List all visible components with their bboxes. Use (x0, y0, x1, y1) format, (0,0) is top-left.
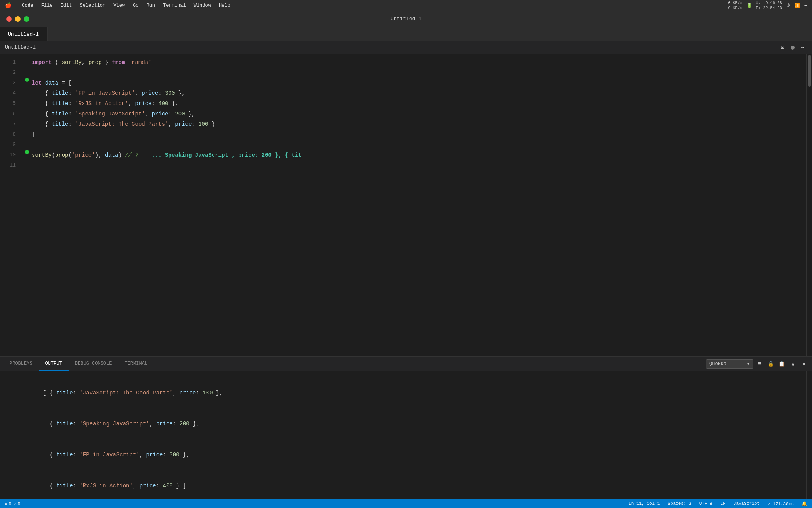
titlebar: Untitled-1 (0, 11, 812, 27)
encoding-status[interactable]: UTF-8 (698, 499, 714, 508)
output-text-2d: : (173, 421, 180, 427)
window-title: Untitled-1 (391, 16, 421, 22)
more-icon: ⋯ (804, 2, 807, 9)
code-line-6: 6 { title: 'Speaking JavaScript', price:… (0, 109, 806, 119)
tabbar: Untitled-1 (0, 27, 812, 41)
breakpoint-3[interactable] (25, 78, 29, 82)
line-number-11: 11 (0, 160, 24, 171)
output-text-1e: }, (213, 390, 223, 396)
panel-tab-problems[interactable]: PROBLEMS (3, 357, 39, 371)
output-source-select[interactable]: Quokka ▾ (706, 359, 753, 369)
line-content-5: { title: 'RxJS in Action', price: 400 }, (30, 98, 806, 109)
output-str-1: 'JavaScript: The Good Parts' (79, 390, 172, 396)
app-menu[interactable]: Code (18, 2, 37, 9)
code-line-10: 10 sortBy(prop('price'), data) // ? ... … (0, 150, 806, 160)
line-content-9 (30, 140, 806, 150)
language-status[interactable]: JavaScript (732, 499, 761, 508)
line-number-2: 2 (0, 67, 24, 78)
output-text-2e: }, (190, 421, 199, 427)
notification-bell[interactable]: 🔔 (800, 499, 809, 508)
selection-menu[interactable]: Selection (76, 2, 109, 9)
split-editor-button[interactable]: ⊡ (778, 43, 787, 52)
editor-header-actions: ⊡ ⋯ (778, 43, 807, 52)
close-button[interactable] (6, 16, 12, 22)
window-menu[interactable]: Window (190, 2, 215, 9)
panel-tab-debug[interactable]: DEBUG CONSOLE (69, 357, 119, 371)
apple-icon[interactable]: 🍎 (5, 2, 11, 9)
file-menu[interactable]: File (37, 2, 57, 9)
breakpoint-10[interactable] (25, 150, 29, 154)
menubar: 🍎 Code File Edit Selection View Go Run T… (0, 0, 812, 11)
editor-scrollbar[interactable] (806, 54, 812, 356)
code-line-1: 1 import { sortBy, prop } from 'ramda' (0, 57, 806, 67)
tab-untitled[interactable]: Untitled-1 (0, 27, 48, 41)
editor-header: Untitled-1 ⊡ ⋯ (0, 41, 812, 54)
line-number-3: 3 (0, 78, 24, 88)
view-menu[interactable]: View (109, 2, 129, 9)
clock-icon: ⏱ (786, 3, 791, 8)
spaces-text: Spaces: 2 (668, 501, 691, 506)
line-number-5: 5 (0, 98, 24, 109)
output-line-3: { title: 'FP in JavaScript', price: 300 … (10, 439, 797, 470)
code-line-4: 4 { title: 'FP in JavaScript', price: 30… (0, 88, 806, 98)
line-endings-text: LF (720, 501, 726, 506)
output-text-2a: { (43, 421, 56, 427)
line-content-3: let data = [ (30, 78, 806, 88)
panel-actions: Quokka ▾ ≡ 🔒 📋 ∧ ✕ (706, 359, 812, 369)
panel-tab-terminal[interactable]: TERMINAL (118, 357, 154, 371)
window-controls (6, 16, 29, 22)
output-line-2: { title: 'Speaking JavaScript', price: 2… (10, 408, 797, 439)
code-line-3: 3 let data = [ (0, 78, 806, 88)
terminal-menu[interactable]: Terminal (159, 2, 190, 9)
panel-list-icon[interactable]: ≡ (755, 359, 764, 369)
panel-output: [ { title: 'JavaScript: The Good Parts',… (0, 371, 806, 499)
output-text-3a: { (43, 452, 56, 458)
error-status[interactable]: ⊗ 0 ⚠ 0 (3, 499, 22, 508)
position-status[interactable]: Ln 11, Col 1 (627, 499, 661, 508)
quokka-check-status[interactable]: ✓ 171.38ms (766, 499, 795, 508)
spaces-status[interactable]: Spaces: 2 (666, 499, 693, 508)
tab-label: Untitled-1 (8, 31, 39, 37)
edit-menu[interactable]: Edit (57, 2, 76, 9)
panel-scrollbar[interactable] (806, 371, 812, 499)
panel-copy-icon[interactable]: 📋 (777, 359, 787, 369)
panel-close-icon[interactable]: ✕ (799, 359, 809, 369)
code-editor[interactable]: 1 import { sortBy, prop } from 'ramda' 2… (0, 54, 806, 356)
panel-lock-icon[interactable]: 🔒 (766, 359, 776, 369)
editor-scrollbar-thumb[interactable] (808, 55, 811, 87)
output-text-2c: , (149, 421, 156, 427)
line-content-6: { title: 'Speaking JavaScript', price: 2… (30, 109, 806, 119)
output-prop-3b: price (146, 452, 163, 458)
code-line-9: 9 (0, 140, 806, 150)
statusbar: ⊗ 0 ⚠ 0 Ln 11, Col 1 Spaces: 2 UTF-8 LF … (0, 499, 812, 508)
gutter-10 (24, 150, 30, 154)
line-content-2 (30, 67, 806, 78)
output-text-3d: : (163, 452, 170, 458)
output-text-2b: : (73, 421, 80, 427)
line-endings-status[interactable]: LF (719, 499, 727, 508)
output-str-4: 'RxJS in Action' (79, 483, 132, 489)
run-menu[interactable]: Run (142, 2, 159, 9)
error-count: 0 (9, 501, 11, 506)
code-line-11: 11 (0, 160, 806, 171)
encoding-text: UTF-8 (699, 501, 712, 506)
language-text: JavaScript (733, 501, 760, 506)
status-indicator (791, 46, 795, 50)
panel-tabs: PROBLEMS OUTPUT DEBUG CONSOLE TERMINAL Q… (0, 357, 812, 371)
panel-up-icon[interactable]: ∧ (788, 359, 798, 369)
output-prop-4a: title (56, 483, 73, 489)
output-text-1a: [ { (43, 390, 56, 396)
statusbar-right: Ln 11, Col 1 Spaces: 2 UTF-8 LF JavaScri… (627, 499, 809, 508)
line-number-8: 8 (0, 129, 24, 140)
panel-tab-output[interactable]: OUTPUT (39, 357, 69, 371)
help-menu[interactable]: Help (215, 2, 234, 9)
maximize-button[interactable] (24, 16, 29, 22)
output-text-4b: : (73, 483, 80, 489)
more-actions-button[interactable]: ⋯ (798, 43, 807, 52)
output-str-2: 'Speaking JavaScript' (79, 421, 149, 427)
output-num-4: 400 (163, 483, 173, 489)
output-text-4d: : (156, 483, 163, 489)
bell-icon: 🔔 (802, 501, 807, 506)
go-menu[interactable]: Go (129, 2, 142, 9)
minimize-button[interactable] (15, 16, 21, 22)
